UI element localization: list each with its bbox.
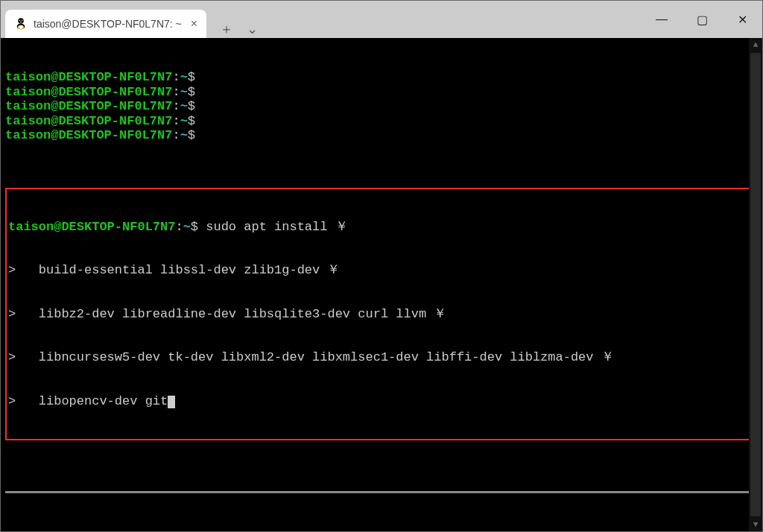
cmd-line-1: > build-essential libssl-dev zlib1g-dev … bbox=[8, 263, 755, 278]
empty-prompts: taison@DESKTOP-NF0L7N7:~$taison@DESKTOP-… bbox=[5, 70, 758, 143]
scroll-down-icon[interactable]: ▼ bbox=[749, 518, 762, 531]
svg-point-7 bbox=[22, 27, 24, 28]
svg-point-4 bbox=[22, 19, 23, 21]
tab-dropdown-button[interactable]: ⌄ bbox=[247, 21, 258, 37]
prompt-line: taison@DESKTOP-NF0L7N7:~$ bbox=[5, 99, 758, 114]
separator-1 bbox=[5, 491, 758, 493]
tux-icon bbox=[14, 16, 28, 32]
window-controls: — ▢ ✕ bbox=[642, 1, 762, 38]
tab-title: taison@DESKTOP-NF0L7N7: ~ bbox=[34, 18, 182, 30]
prompt-line: taison@DESKTOP-NF0L7N7:~$ bbox=[5, 128, 758, 143]
scroll-thumb[interactable] bbox=[750, 53, 761, 516]
svg-point-6 bbox=[17, 27, 19, 28]
svg-point-3 bbox=[19, 19, 21, 21]
minimize-button[interactable]: — bbox=[642, 1, 682, 38]
cmd-line-3: > libncursesw5-dev tk-dev libxml2-dev li… bbox=[8, 350, 755, 365]
tab-close-icon[interactable]: × bbox=[191, 17, 197, 31]
app-window: taison@DESKTOP-NF0L7N7: ~ × ＋ ⌄ — ▢ ✕ ta… bbox=[0, 0, 763, 532]
close-button[interactable]: ✕ bbox=[722, 1, 762, 38]
scrollbar[interactable]: ▲ ▼ bbox=[749, 38, 762, 531]
new-tab-button[interactable]: ＋ bbox=[220, 20, 233, 38]
maximize-button[interactable]: ▢ bbox=[682, 1, 722, 38]
cmd-line-0: taison@DESKTOP-NF0L7N7:~$ sudo apt insta… bbox=[8, 220, 755, 235]
prompt-line: taison@DESKTOP-NF0L7N7:~$ bbox=[5, 114, 758, 129]
cmd-line-4: > libopencv-dev git bbox=[8, 394, 755, 409]
tab-strip: taison@DESKTOP-NF0L7N7: ~ × ＋ ⌄ bbox=[1, 1, 258, 38]
cursor bbox=[168, 396, 175, 408]
titlebar[interactable]: taison@DESKTOP-NF0L7N7: ~ × ＋ ⌄ — ▢ ✕ bbox=[1, 1, 762, 38]
scroll-up-icon[interactable]: ▲ bbox=[749, 38, 762, 51]
prompt-line: taison@DESKTOP-NF0L7N7:~$ bbox=[5, 85, 758, 100]
tab-terminal[interactable]: taison@DESKTOP-NF0L7N7: ~ × bbox=[5, 10, 206, 38]
prompt-line: taison@DESKTOP-NF0L7N7:~$ bbox=[5, 70, 758, 85]
highlighted-command-box: taison@DESKTOP-NF0L7N7:~$ sudo apt insta… bbox=[5, 188, 758, 440]
cmd-line-2: > libbz2-dev libreadline-dev libsqlite3-… bbox=[8, 307, 755, 322]
terminal-body[interactable]: taison@DESKTOP-NF0L7N7:~$taison@DESKTOP-… bbox=[1, 38, 762, 531]
